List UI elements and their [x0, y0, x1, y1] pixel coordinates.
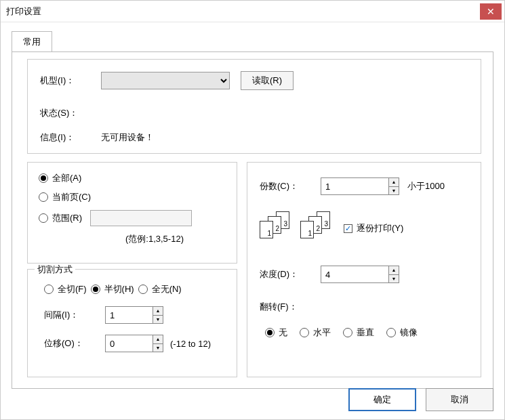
collate-icons: 321 321 [260, 211, 333, 241]
right-group: 份数(C)： ▲▼ 小于1000 321 321 [247, 162, 481, 377]
scope-current-label: 当前页(C) [52, 191, 91, 203]
titlebar: 打印设置 ✕ [1, 1, 504, 22]
collate-checkbox[interactable]: ✓ [344, 224, 352, 233]
copies-hint: 小于1000 [407, 180, 445, 192]
cut-legend: 切割方式 [35, 264, 75, 276]
content-area: 常用 机型(I)： 读取(R) 状态(S)： 信息(I)： 无可用设备！ [1, 22, 504, 419]
cancel-button[interactable]: 取消 [426, 388, 493, 411]
info-label: 信息(I)： [40, 131, 101, 144]
flip-h-label: 水平 [313, 327, 331, 339]
flip-none-label: 无 [279, 327, 287, 339]
density-label: 浓度(D)： [260, 268, 321, 280]
scope-all-radio[interactable] [39, 173, 48, 183]
read-button[interactable]: 读取(R) [241, 71, 294, 90]
density-spinner[interactable]: ▲▼ [388, 266, 399, 283]
print-settings-window: 打印设置 ✕ 常用 机型(I)： 读取(R) 状态(S)： 信息 [0, 0, 505, 420]
flip-v-label: 垂直 [357, 327, 374, 339]
cut-none-label: 全无(N) [152, 283, 182, 295]
collate-label: 逐份打印(Y) [357, 222, 403, 234]
status-label: 状态(S)： [40, 107, 101, 119]
cut-half-radio[interactable] [91, 285, 100, 294]
copies-label: 份数(C)： [260, 180, 321, 192]
pages-icon: 321 [260, 211, 292, 241]
scope-range-label: 范围(R) [52, 212, 82, 224]
scope-range-radio[interactable] [39, 213, 48, 223]
flip-h-radio[interactable] [300, 328, 309, 337]
device-group: 机型(I)： 读取(R) 状态(S)： 信息(I)： 无可用设备！ [27, 59, 481, 154]
scope-all-label: 全部(A) [52, 172, 81, 184]
flip-label: 翻转(F)： [260, 301, 321, 313]
flip-mirror-radio[interactable] [386, 328, 396, 337]
range-input[interactable] [90, 210, 192, 226]
offset-spinner[interactable]: ▲▼ [153, 335, 163, 352]
interval-label: 间隔(I)： [44, 309, 105, 321]
info-value: 无可用设备！ [101, 131, 154, 144]
cut-none-radio[interactable] [138, 285, 148, 294]
ok-button[interactable]: 确定 [348, 388, 416, 411]
cut-half-label: 半切(H) [104, 283, 134, 295]
flip-v-radio[interactable] [343, 328, 352, 337]
close-button[interactable]: ✕ [480, 3, 502, 20]
cut-full-radio[interactable] [44, 285, 54, 294]
model-select[interactable] [101, 72, 230, 89]
offset-label: 位移(O)： [44, 337, 105, 350]
tab-page: 机型(I)： 读取(R) 状态(S)： 信息(I)： 无可用设备！ 全部(A) [12, 51, 493, 389]
flip-mirror-label: 镜像 [400, 327, 418, 339]
scope-group: 全部(A) 当前页(C) 范围(R) (范例:1,3,5-12) [27, 162, 237, 264]
close-icon: ✕ [487, 6, 495, 17]
interval-input[interactable] [105, 306, 153, 324]
cut-group: 切割方式 全切(F) 半切(H) 全无(N) [27, 269, 237, 377]
tabstrip: 常用 [12, 31, 493, 52]
offset-hint: (-12 to 12) [170, 339, 211, 349]
cut-full-label: 全切(F) [58, 283, 87, 295]
scope-current-radio[interactable] [39, 192, 48, 202]
flip-none-radio[interactable] [265, 328, 275, 337]
window-title: 打印设置 [6, 5, 480, 18]
range-hint: (范例:1,3,5-12) [125, 233, 226, 245]
pages-icon: 321 [300, 211, 333, 241]
tab-general[interactable]: 常用 [12, 31, 52, 52]
model-label: 机型(I)： [40, 75, 101, 87]
dialog-footer: 确定 取消 [348, 388, 493, 411]
offset-input[interactable] [105, 335, 153, 352]
density-input[interactable] [321, 266, 388, 283]
interval-spinner[interactable]: ▲▼ [153, 306, 163, 324]
copies-spinner[interactable]: ▲▼ [388, 177, 399, 195]
copies-input[interactable] [321, 177, 388, 195]
